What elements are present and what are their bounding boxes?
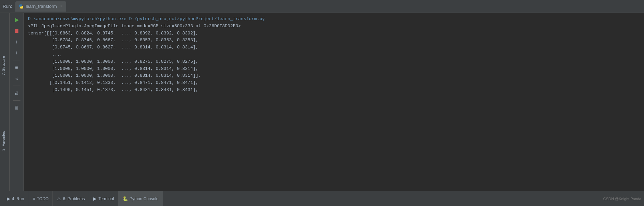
output-area[interactable]: D:\anaconda\envs\mypytorch\python.exe D:… <box>24 13 644 191</box>
run-label: Run: <box>3 4 12 9</box>
favorites-panel-label[interactable]: 2: Favorites <box>0 129 7 152</box>
python-console-label: Python Console <box>130 196 159 201</box>
main-area: 7: Structure 2: Favorites ↑ ↓ ⊞ ⇅ 🖨 🗑 <box>0 13 644 191</box>
reformat-icon: ⊞ <box>15 65 18 70</box>
print-button[interactable]: 🖨 <box>12 89 21 98</box>
tab-bar: Run: learn_transform × <box>0 0 644 13</box>
output-line: ..., <box>28 51 640 58</box>
terminal-panel-button[interactable]: ▶ Terminal <box>89 191 118 206</box>
terminal-label: Terminal <box>98 196 114 201</box>
left-panel: 7: Structure 2: Favorites <box>0 13 10 191</box>
output-line: tensor([[[0.8863, 0.8824, 0.8745, ..., 0… <box>28 30 640 37</box>
delete-icon: 🗑 <box>14 105 19 111</box>
arrow-up-button[interactable]: ↑ <box>12 38 21 46</box>
terminal-icon: ▶ <box>93 196 97 201</box>
status-bar: ▶ 4: Run ≡ TODO ⚠ 6: Problems ▶ Terminal… <box>0 191 644 206</box>
stop-button[interactable] <box>12 27 21 35</box>
run-panel-button[interactable]: ▶ 4: Run <box>3 191 28 206</box>
delete-button[interactable]: 🗑 <box>12 103 21 112</box>
toolbar-separator-3 <box>13 100 20 101</box>
tab-close-button[interactable]: × <box>60 4 63 9</box>
run-tab[interactable]: learn_transform × <box>15 1 66 12</box>
output-line: [[0.1451, 0.1412, 0.1333, ..., 0.8471, 0… <box>28 79 640 87</box>
run-status-icon: ▶ <box>7 196 10 201</box>
output-line: <PIL.JpegImagePlugin.JpegImageFile image… <box>28 23 640 30</box>
play-icon <box>15 18 19 23</box>
output-line: [0.8784, 0.8745, 0.8667, ..., 0.8353, 0.… <box>28 37 640 44</box>
toolbar-separator-1 <box>13 60 20 60</box>
stop-icon <box>15 29 18 33</box>
toolbar-separator-2 <box>13 86 20 86</box>
todo-label: TODO <box>37 196 48 201</box>
arrow-down-icon: ↓ <box>15 50 18 56</box>
python-console-button[interactable]: 🐍 Python Console <box>118 191 163 206</box>
todo-icon: ≡ <box>32 196 35 201</box>
output-line: [0.8745, 0.8667, 0.8627, ..., 0.8314, 0.… <box>28 44 640 51</box>
sort-icon: ⇅ <box>15 76 18 81</box>
play-button[interactable] <box>12 16 21 25</box>
problems-label: 6: Problems <box>63 196 85 201</box>
output-line: [1.0000, 1.0000, 1.0000, ..., 0.8314, 0.… <box>28 72 640 79</box>
run-toolbar: ↑ ↓ ⊞ ⇅ 🖨 🗑 <box>10 13 24 191</box>
output-line: [1.0000, 1.0000, 1.0000, ..., 0.8314, 0.… <box>28 65 640 73</box>
sort-button[interactable]: ⇅ <box>12 74 21 83</box>
arrow-up-icon: ↑ <box>15 39 18 45</box>
reformat-button[interactable]: ⊞ <box>12 63 21 72</box>
problems-panel-button[interactable]: ⚠ 6: Problems <box>53 191 89 206</box>
output-line: [1.0000, 1.0000, 1.0000, ..., 0.8275, 0.… <box>28 58 640 65</box>
todo-panel-button[interactable]: ≡ TODO <box>28 191 53 206</box>
tab-label: learn_transform <box>26 4 57 9</box>
branding-text: CSDN @Knight.Panda <box>603 197 641 201</box>
problems-icon: ⚠ <box>57 196 61 201</box>
structure-panel-label[interactable]: 7: Structure <box>0 54 7 77</box>
output-line: [0.1490, 0.1451, 0.1373, ..., 0.8431, 0.… <box>28 87 640 94</box>
run-status-label: 4: Run <box>12 196 24 201</box>
output-line: D:\anaconda\envs\mypytorch\python.exe D:… <box>28 16 640 23</box>
arrow-down-button[interactable]: ↓ <box>12 48 21 57</box>
python-console-icon: 🐍 <box>122 196 128 201</box>
python-icon <box>19 4 24 9</box>
print-icon: 🖨 <box>15 91 19 96</box>
